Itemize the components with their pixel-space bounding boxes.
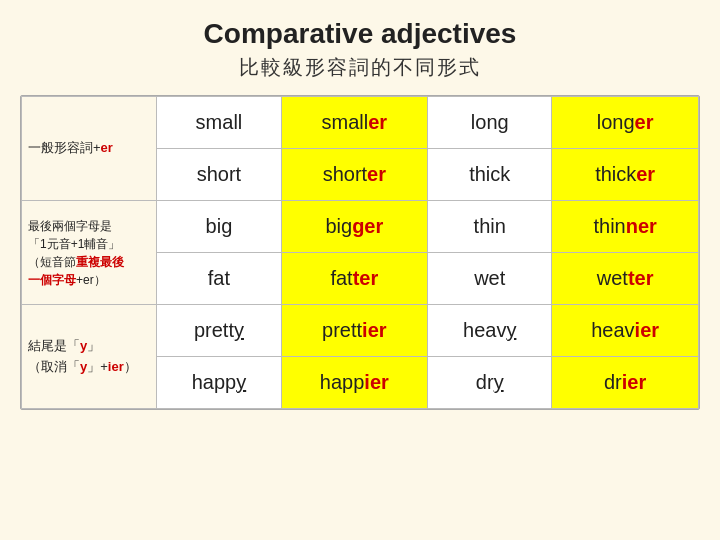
cell-shorter: shorter <box>281 149 428 201</box>
cell-thin: thin <box>428 201 552 253</box>
label-cell-row5: 結尾是「y」（取消「y」+ier） <box>22 305 157 409</box>
subtitle: 比較級形容詞的不同形式 <box>239 54 481 81</box>
label-cell-row1: 一般形容詞+er <box>22 97 157 201</box>
cell-pretty: pretty <box>157 305 281 357</box>
cell-wetter: wetter <box>552 253 699 305</box>
page-title: Comparative adjectives <box>204 18 517 50</box>
cell-dry: dry <box>428 357 552 409</box>
cell-heavier: heavier <box>552 305 699 357</box>
cell-heavy: heavy <box>428 305 552 357</box>
cell-drier: drier <box>552 357 699 409</box>
cell-happy: happy <box>157 357 281 409</box>
cell-big: big <box>157 201 281 253</box>
cell-long: long <box>428 97 552 149</box>
table-row: 一般形容詞+er small smaller long longer <box>22 97 699 149</box>
cell-thinner: thinner <box>552 201 699 253</box>
main-table: 一般形容詞+er small smaller long longer short… <box>20 95 700 410</box>
cell-fatter: fatter <box>281 253 428 305</box>
cell-wet: wet <box>428 253 552 305</box>
label-cell-row3: 最後兩個字母是「1元音+1輔音」（短音節重複最後一個字母+er） <box>22 201 157 305</box>
cell-longer: longer <box>552 97 699 149</box>
cell-fat: fat <box>157 253 281 305</box>
cell-thick: thick <box>428 149 552 201</box>
cell-small: small <box>157 97 281 149</box>
cell-short: short <box>157 149 281 201</box>
cell-happier: happier <box>281 357 428 409</box>
cell-thicker: thicker <box>552 149 699 201</box>
cell-smaller: smaller <box>281 97 428 149</box>
table-row: 結尾是「y」（取消「y」+ier） pretty prettier heavy … <box>22 305 699 357</box>
cell-bigger: bigger <box>281 201 428 253</box>
table-row: 最後兩個字母是「1元音+1輔音」（短音節重複最後一個字母+er） big big… <box>22 201 699 253</box>
cell-prettier: prettier <box>281 305 428 357</box>
